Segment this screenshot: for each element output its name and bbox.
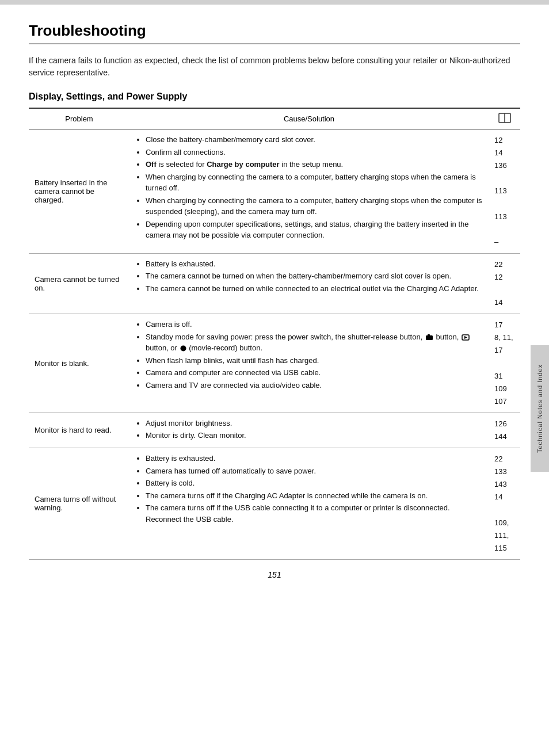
table-row: Battery inserted in the camera cannot be… — [29, 129, 520, 254]
page-title: Troubleshooting — [29, 22, 520, 44]
list-item: Camera has turned off automatically to s… — [146, 465, 483, 477]
problem-cell: Camera turns off without warning. — [29, 448, 129, 560]
page-number: 151 — [29, 570, 520, 579]
list-item: When charging by connecting the camera t… — [146, 195, 483, 217]
intro-text: If the camera fails to function as expec… — [29, 55, 520, 79]
problem-cell: Battery inserted in the camera cannot be… — [29, 129, 129, 254]
problem-cell: Monitor is blank. — [29, 314, 129, 413]
table-row: Monitor is hard to read. Adjust monitor … — [29, 413, 520, 448]
content-area: Troubleshooting If the camera fails to f… — [0, 5, 549, 602]
list-item: The camera cannot be turned on while con… — [146, 283, 483, 295]
list-item: When flash lamp blinks, wait until flash… — [146, 355, 483, 366]
cause-cell: Battery is exhausted. The camera cannot … — [129, 253, 489, 314]
page: Technical Notes and Index Troubleshootin… — [0, 0, 549, 756]
cause-list: Battery is exhausted. The camera cannot … — [135, 258, 483, 295]
page-numbers: 1214136113113– — [494, 134, 514, 249]
table-row: Camera turns off without warning. Batter… — [29, 448, 520, 560]
header-problem: Problem — [29, 108, 129, 129]
table-row: Camera cannot be turned on. Battery is e… — [29, 253, 520, 314]
page-numbers: 126144 — [494, 418, 514, 443]
sidebar-tab: Technical Notes and Index — [531, 345, 549, 472]
list-item: The camera turns off if the USB cable co… — [146, 502, 483, 525]
cause-list: Camera is off. Standby mode for saving p… — [135, 319, 483, 391]
page-cell: 178, 11,1731109107 — [489, 314, 520, 413]
table-header-row: Problem Cause/Solution — [29, 108, 520, 129]
sidebar-label: Technical Notes and Index — [536, 364, 543, 453]
troubleshooting-table: Problem Cause/Solution Battery inserted … — [29, 108, 520, 560]
cause-cell: Battery is exhausted. Camera has turned … — [129, 448, 489, 560]
table-row: Monitor is blank. Camera is off. Standby… — [29, 314, 520, 413]
svg-rect-2 — [426, 335, 433, 340]
list-item: Camera and computer are connected via US… — [146, 367, 483, 379]
problem-cell: Monitor is hard to read. — [29, 413, 129, 448]
page-numbers: 221214 — [494, 258, 514, 309]
list-item: Battery is exhausted. — [146, 453, 483, 464]
section-title: Display, Settings, and Power Supply — [29, 91, 520, 102]
cause-list: Close the battery-chamber/memory card sl… — [135, 134, 483, 241]
record-button-icon — [180, 345, 186, 352]
list-item: Monitor is dirty. Clean monitor. — [146, 430, 483, 441]
problem-cell: Camera cannot be turned on. — [29, 253, 129, 314]
list-item: Confirm all connections. — [146, 147, 483, 158]
list-item: Camera is off. — [146, 319, 483, 330]
svg-point-6 — [180, 346, 186, 352]
list-item: Battery is cold. — [146, 478, 483, 489]
list-item: The camera turns off if the Charging AC … — [146, 490, 483, 502]
page-numbers: 2213314314109,111,115 — [494, 453, 514, 555]
cause-cell: Close the battery-chamber/memory card sl… — [129, 129, 489, 254]
cause-cell: Adjust monitor brightness. Monitor is di… — [129, 413, 489, 448]
svg-marker-5 — [464, 336, 467, 339]
cause-list: Adjust monitor brightness. Monitor is di… — [135, 418, 483, 441]
svg-rect-3 — [428, 334, 430, 336]
top-bar — [0, 0, 549, 5]
list-item: Adjust monitor brightness. — [146, 418, 483, 429]
cause-list: Battery is exhausted. Camera has turned … — [135, 453, 483, 525]
list-item: Standby mode for saving power: press the… — [146, 331, 483, 354]
list-item: The camera cannot be turned on when the … — [146, 270, 483, 282]
header-cause: Cause/Solution — [129, 108, 489, 129]
list-item: Camera and TV are connected via audio/vi… — [146, 380, 483, 391]
camera-button-icon — [425, 334, 433, 341]
page-cell: 1214136113113– — [489, 129, 520, 254]
header-icon — [489, 108, 520, 129]
play-button-icon — [462, 334, 470, 341]
book-icon — [498, 113, 511, 123]
page-cell: 221214 — [489, 253, 520, 314]
page-cell: 2213314314109,111,115 — [489, 448, 520, 560]
list-item: Battery is exhausted. — [146, 258, 483, 270]
list-item: Off is selected for Charge by computer i… — [146, 159, 483, 170]
list-item: Close the battery-chamber/memory card sl… — [146, 134, 483, 146]
page-cell: 126144 — [489, 413, 520, 448]
page-numbers: 178, 11,1731109107 — [494, 319, 514, 408]
list-item: When charging by connecting the camera t… — [146, 171, 483, 194]
cause-cell: Camera is off. Standby mode for saving p… — [129, 314, 489, 413]
list-item: Depending upon computer specifications, … — [146, 219, 483, 241]
